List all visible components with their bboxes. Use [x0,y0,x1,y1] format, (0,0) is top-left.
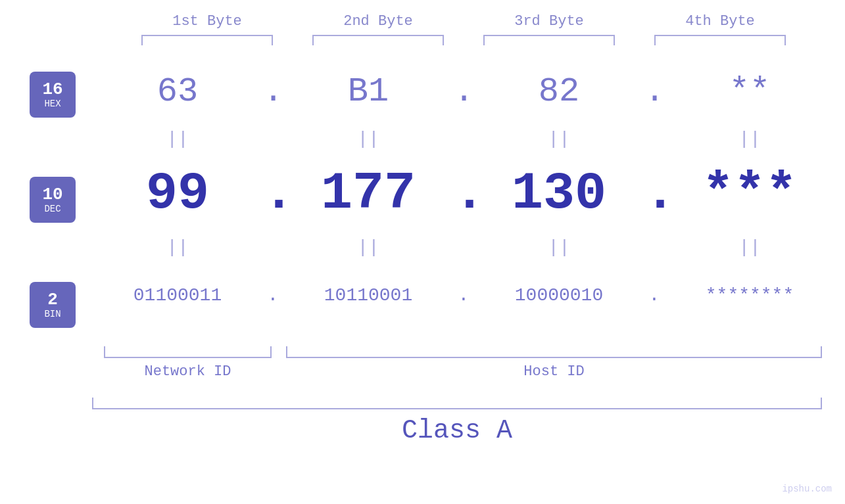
dot-hex-3: . [644,72,665,111]
dot-bin-3: . [649,285,660,306]
equals-sign2-1: || [166,237,189,258]
bin-byte2: 10110001 [324,285,412,306]
hex-dot-1: . [263,72,283,111]
header-byte1: 1st Byte [122,13,293,30]
dec-byte2: 177 [321,164,416,223]
dec-byte3: 130 [512,164,606,223]
eq2-4: || [664,237,835,258]
equals-sign2-2: || [357,237,379,258]
eq2-1: || [92,237,263,258]
dot-bin-2: . [458,285,470,306]
bin-val-2: 10110001 [283,285,454,306]
eq2-3: || [473,237,644,258]
eq-1: || [92,129,263,149]
main-body: 16 HEX 10 DEC 2 BIN [0,58,845,341]
bracket-line-4 [654,35,786,45]
hex-byte1: 63 [157,72,198,111]
bracket-byte1 [122,35,293,45]
hex-dot-3: . [644,72,664,111]
bin-val-1: 01100011 [92,285,263,306]
host-id-label: Host ID [286,363,822,380]
hex-dot-2: . [454,72,473,111]
eq2-2: || [283,237,454,258]
equals-sign-4: || [738,129,761,149]
bin-badge: 2 BIN [30,282,76,328]
dec-row: 99 . 177 . 130 . *** [92,154,845,233]
hex-byte4: ** [729,72,770,111]
dot-bin-1: . [268,285,279,306]
class-label: Class A [92,416,822,446]
bracket-line-3 [483,35,615,45]
hex-badge: 16 HEX [30,72,76,118]
bracket-line-1 [141,35,273,45]
top-brackets [0,35,845,45]
hex-badge-label: HEX [44,99,60,109]
bin-byte4: ******** [706,285,794,306]
host-id-bracket [286,346,822,358]
equals-row-2: || || || || [92,233,845,262]
dec-val-1: 99 [92,164,263,223]
hex-row: 63 . B1 . 82 . ** [92,58,845,124]
hex-badge-wrapper: 16 HEX [30,58,92,131]
eq-2: || [283,129,454,149]
bin-dot-1: . [263,285,283,306]
bin-val-4: ******** [664,285,835,306]
bin-badge-label: BIN [44,309,60,319]
class-bracket [92,398,822,409]
bin-row: 01100011 . 10110001 . 10000010 . [92,262,845,328]
dec-byte4: *** [702,164,797,223]
hex-byte3: 82 [539,72,579,111]
header-byte4: 4th Byte [635,13,806,30]
equals-sign-1: || [166,129,189,149]
dec-badge-label: DEC [44,204,60,214]
watermark: ipshu.com [782,484,832,494]
dec-val-4: *** [664,164,835,223]
hex-val-3: 82 [473,72,644,111]
eq-4: || [664,129,835,149]
dec-val-3: 130 [473,164,644,223]
header-byte2: 2nd Byte [293,13,464,30]
bottom-id-area: Network ID Host ID [92,346,822,392]
values-section: 63 . B1 . 82 . ** [92,58,845,341]
dec-badge-wrapper: 10 DEC [30,160,92,239]
eq-3: || [473,129,644,149]
equals-sign-2: || [357,129,379,149]
equals-sign2-4: || [738,237,761,258]
dec-dot-3: . [644,164,664,223]
network-id-bracket [104,346,272,358]
dot-hex-2: . [454,72,474,111]
bin-byte1: 01100011 [133,285,222,306]
dec-val-2: 177 [283,164,454,223]
hex-val-1: 63 [92,72,263,111]
header-byte3: 3rd Byte [464,13,635,30]
bin-badge-wrapper: 2 BIN [30,269,92,341]
bracket-byte3 [464,35,635,45]
equals-row: || || || || [92,124,845,154]
bracket-byte2 [293,35,464,45]
network-id-label: Network ID [104,363,272,380]
hex-badge-number: 16 [42,80,62,99]
dec-badge-number: 10 [42,185,62,204]
bin-dot-3: . [644,285,664,306]
bin-dot-2: . [454,285,473,306]
equals-sign-3: || [548,129,570,149]
equals-sign2-3: || [548,237,570,258]
dec-badge: 10 DEC [30,177,76,223]
hex-val-4: ** [664,72,835,111]
hex-byte2: B1 [348,72,389,111]
dec-dot-1: . [263,164,283,223]
dec-dot-2: . [454,164,473,223]
bin-val-3: 10000010 [473,285,644,306]
main-layout: 1st Byte 2nd Byte 3rd Byte 4th Byte 16 H… [0,0,845,504]
dec-byte1: 99 [146,164,209,223]
badges-column: 16 HEX 10 DEC 2 BIN [0,58,92,341]
class-area: Class A [92,398,822,446]
dot-hex-1: . [263,72,283,111]
bin-byte3: 10000010 [515,285,603,306]
bracket-line-2 [312,35,444,45]
byte-headers: 1st Byte 2nd Byte 3rd Byte 4th Byte [0,0,845,30]
bracket-byte4 [635,35,806,45]
hex-val-2: B1 [283,72,454,111]
bin-badge-number: 2 [47,290,58,309]
